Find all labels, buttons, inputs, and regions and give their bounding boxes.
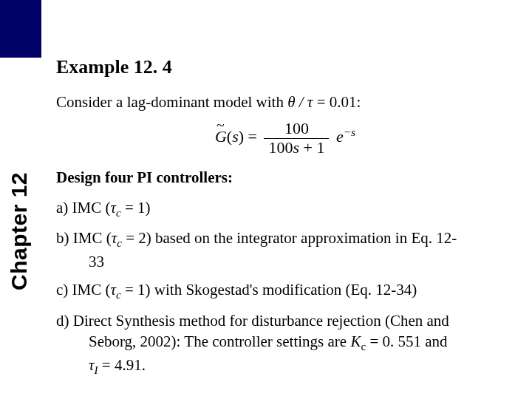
item-d: d) Direct Synthesis method for disturban…: [56, 310, 514, 378]
den-left: 100: [268, 138, 293, 157]
exp-term: e−s: [336, 127, 355, 146]
item-c: c) IMC (τc = 1) with Skogestad's modific…: [56, 279, 514, 303]
item-a-tauc: τ: [111, 199, 117, 216]
item-a-tauc-val: = 1: [121, 199, 146, 216]
theta-tau-ratio: θ / τ: [287, 93, 316, 111]
den-right: + 1: [299, 138, 324, 157]
item-a: a) IMC (τc = 1): [56, 197, 514, 221]
item-c-tail: with Skogestad's modification (Eq. 12-34…: [154, 281, 417, 299]
den-var: s: [293, 138, 299, 157]
item-d-line1: d) Direct Synthesis method for disturban…: [56, 312, 449, 330]
ratio-lhs: θ / τ: [287, 93, 313, 111]
item-a-label: a) IMC: [56, 199, 101, 216]
tauI-val: = 4.91.: [98, 356, 146, 374]
item-c-tauc-sub: c: [116, 289, 121, 301]
kc-val: = 0. 551 and: [366, 332, 447, 350]
exp-power: −s: [344, 126, 355, 138]
s-arg: s: [232, 127, 239, 146]
item-c-tauc-val: = 1: [121, 281, 146, 299]
example-title: Example 12. 4: [56, 56, 514, 78]
ratio-rhs: 0.01:: [330, 93, 361, 111]
exp-e: e: [336, 127, 344, 146]
chapter-sidebar: Chapter 12: [0, 0, 41, 399]
item-b-tail: based on the integrator approximation in…: [155, 229, 457, 247]
item-b-tauc-val: = 2: [122, 229, 146, 247]
chapter-navy-block: [0, 0, 41, 58]
item-b: b) IMC (τc = 2) based on the integrator …: [56, 228, 514, 272]
tf-denominator: 100s + 1: [264, 139, 329, 157]
item-b-cont: 33: [72, 251, 514, 272]
transfer-function-equation: G(s) = 100 100s + 1 e−s: [56, 120, 514, 156]
chapter-label: Chapter 12: [7, 113, 32, 349]
item-c-label: c) IMC: [56, 281, 101, 299]
item-d-line2: Seborg, 2002): The controller settings a…: [89, 332, 350, 350]
intro-paragraph: Consider a lag-dominant model with θ / τ…: [56, 92, 514, 112]
tauI-sym: τ: [89, 356, 95, 374]
intro-text: Consider a lag-dominant model with: [56, 93, 284, 111]
tf-numerator: 100: [264, 120, 329, 138]
transfer-fraction: 100 100s + 1: [264, 120, 329, 156]
item-a-tauc-sub: c: [116, 207, 121, 219]
g-tilde: G: [215, 127, 227, 146]
slide-content: Example 12. 4 Consider a lag-dominant mo…: [56, 56, 514, 385]
item-b-label: b) IMC: [56, 229, 102, 247]
item-b-tauc-sub: c: [117, 238, 122, 250]
kc-sym: K: [350, 332, 361, 350]
design-heading: Design four PI controllers:: [56, 168, 514, 187]
g-sym: G: [215, 127, 227, 146]
ratio-eq: =: [317, 93, 326, 111]
item-c-tauc: τ: [111, 281, 117, 299]
